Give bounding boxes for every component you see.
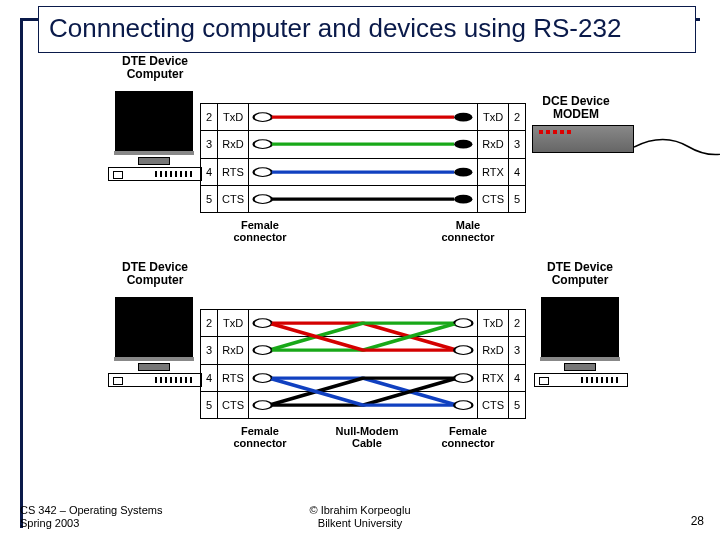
pin-row: 5CTS CTS5: [201, 185, 526, 212]
pin-label-right: TxD: [478, 104, 509, 131]
page-number: 28: [691, 514, 704, 528]
wire-icon: [249, 104, 478, 131]
label-text: MODEM: [553, 107, 599, 121]
pin-label-right: RTX: [478, 158, 509, 185]
svg-point-5: [454, 140, 472, 149]
footer-copyright: © Ibrahim Korpeoglu Bilkent University: [0, 504, 720, 530]
wire-icon: [249, 185, 478, 212]
svg-point-15: [454, 346, 472, 355]
label-text: DTE Device: [122, 54, 188, 68]
pin-label-right: RTX: [478, 364, 509, 391]
svg-point-18: [254, 401, 272, 410]
pin-table-top: 2TxD TxD23RxD RxD34RTS RTX45CTS CTS5: [200, 103, 526, 213]
pin-label-right: RxD: [478, 131, 509, 158]
pin-label-left: RxD: [218, 131, 249, 158]
pin-label-left: RTS: [218, 158, 249, 185]
pin-label-left: TxD: [218, 310, 249, 337]
pin-label-right: RxD: [478, 337, 509, 364]
svg-point-3: [254, 140, 272, 149]
dce-label-top-right: DCE Device MODEM: [536, 95, 616, 121]
pin-number-right: 2: [509, 104, 526, 131]
svg-point-9: [254, 195, 272, 204]
diagram-bottom: DTE Device Computer 2TxD TxD23RxD RxD34R…: [60, 261, 680, 461]
label-text: Computer: [127, 67, 184, 81]
wire-icon: [249, 337, 478, 364]
computer-icon: [108, 297, 200, 377]
pin-number-right: 2: [509, 310, 526, 337]
slide-title: Connnecting computer and devices using R…: [38, 6, 696, 53]
diagram-top: DTE Device Computer 2TxD TxD23RxD RxD34R…: [60, 55, 680, 255]
svg-point-8: [454, 167, 472, 176]
connector-label-top-left: Female connector: [220, 219, 300, 243]
wire-icon: [249, 391, 478, 418]
wire-icon: [249, 158, 478, 185]
pin-number-left: 5: [201, 185, 218, 212]
pin-number-left: 3: [201, 337, 218, 364]
wire-icon: [249, 364, 478, 391]
pin-number-right: 3: [509, 337, 526, 364]
wire-icon: [249, 131, 478, 158]
pin-row: 3RxD RxD3: [201, 131, 526, 158]
pin-row: 4RTS RTX4: [201, 158, 526, 185]
pin-number-left: 5: [201, 391, 218, 418]
modem-icon: [532, 125, 692, 153]
pin-number-right: 5: [509, 185, 526, 212]
diagram-area: DTE Device Computer 2TxD TxD23RxD RxD34R…: [60, 55, 680, 467]
pin-label-right: CTS: [478, 391, 509, 418]
pin-label-right: CTS: [478, 185, 509, 212]
connector-label-bot-right: Female connector: [428, 425, 508, 449]
label-text: Computer: [552, 273, 609, 287]
dte-label-bot-left: DTE Device Computer: [115, 261, 195, 287]
pin-label-right: TxD: [478, 310, 509, 337]
pin-label-left: TxD: [218, 104, 249, 131]
pin-number-left: 4: [201, 158, 218, 185]
pin-number-left: 3: [201, 131, 218, 158]
pin-number-right: 3: [509, 131, 526, 158]
wire-icon: [249, 310, 478, 337]
pin-number-left: 2: [201, 104, 218, 131]
pin-row: 4RTS RTX4: [201, 364, 526, 391]
label-text: DTE Device: [547, 260, 613, 274]
svg-point-2: [454, 113, 472, 122]
svg-point-16: [254, 373, 272, 382]
pin-number-right: 5: [509, 391, 526, 418]
svg-point-6: [254, 167, 272, 176]
svg-point-12: [254, 319, 272, 328]
pin-row: 5CTS CTS5: [201, 391, 526, 418]
label-text: DTE Device: [122, 260, 188, 274]
footer-text: © Ibrahim Korpeoglu: [309, 504, 410, 516]
label-text: Computer: [127, 273, 184, 287]
pin-row: 3RxD RxD3: [201, 337, 526, 364]
footer-text: Bilkent University: [318, 517, 402, 529]
svg-point-19: [454, 401, 472, 410]
pin-number-right: 4: [509, 158, 526, 185]
pin-row: 2TxD TxD2: [201, 310, 526, 337]
svg-point-17: [454, 373, 472, 382]
svg-point-13: [454, 319, 472, 328]
pin-table-bottom: 2TxD TxD23RxD RxD34RTS RTX45CTS CTS5: [200, 309, 526, 419]
connector-label-top-right: Male connector: [428, 219, 508, 243]
pin-number-left: 4: [201, 364, 218, 391]
pin-label-left: RxD: [218, 337, 249, 364]
cable-label-null-modem: Null-Modem Cable: [322, 425, 412, 449]
pin-label-left: CTS: [218, 185, 249, 212]
pin-label-left: RTS: [218, 364, 249, 391]
pin-number-left: 2: [201, 310, 218, 337]
computer-icon: [534, 297, 626, 377]
computer-icon: [108, 91, 200, 171]
dte-label-top-left: DTE Device Computer: [115, 55, 195, 81]
connector-label-bot-left: Female connector: [220, 425, 300, 449]
svg-point-14: [254, 346, 272, 355]
dte-label-bot-right: DTE Device Computer: [540, 261, 620, 287]
label-text: DCE Device: [542, 94, 609, 108]
pin-number-right: 4: [509, 364, 526, 391]
pin-row: 2TxD TxD2: [201, 104, 526, 131]
pin-label-left: CTS: [218, 391, 249, 418]
title-bar: Connnecting computer and devices using R…: [20, 6, 700, 53]
svg-point-11: [454, 195, 472, 204]
svg-point-0: [254, 113, 272, 122]
